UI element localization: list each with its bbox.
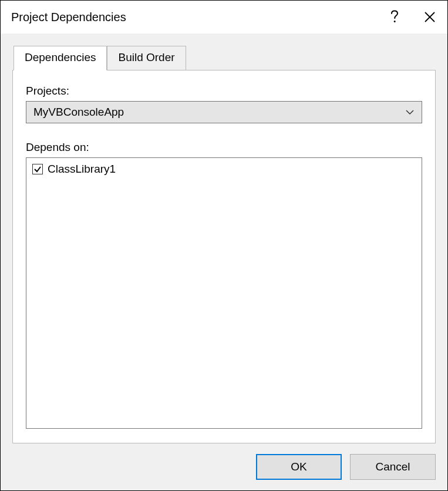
button-label: OK (291, 460, 306, 473)
tab-label: Dependencies (25, 51, 96, 63)
close-button[interactable] (412, 1, 447, 33)
dialog-footer: OK Cancel (12, 443, 436, 480)
tab-build-order[interactable]: Build Order (107, 46, 186, 70)
projects-combobox[interactable]: MyVBConsoleApp (26, 101, 422, 123)
checkmark-icon (33, 165, 42, 173)
help-button[interactable] (377, 1, 412, 33)
tabpanel-dependencies: Projects: MyVBConsoleApp Depends on: (12, 70, 436, 443)
list-item-label: ClassLibrary1 (48, 163, 116, 176)
help-icon (390, 10, 399, 24)
client-area: Dependencies Build Order Projects: MyVBC… (1, 33, 447, 490)
tabstrip: Dependencies Build Order (12, 46, 436, 70)
projects-label: Projects: (26, 85, 422, 97)
checkbox[interactable] (32, 164, 43, 174)
tab-dependencies[interactable]: Dependencies (14, 46, 107, 70)
svg-point-0 (394, 21, 396, 22)
chevron-down-icon (405, 109, 415, 115)
list-item[interactable]: ClassLibrary1 (32, 162, 416, 177)
project-dependencies-dialog: Project Dependencies Dependencies Build … (0, 0, 448, 491)
depends-on-listbox[interactable]: ClassLibrary1 (26, 157, 422, 429)
titlebar: Project Dependencies (1, 1, 447, 33)
depends-on-label: Depends on: (26, 141, 422, 154)
tab-label: Build Order (118, 51, 174, 63)
close-icon (424, 11, 436, 23)
combobox-selected-value: MyVBConsoleApp (33, 106, 124, 119)
button-label: Cancel (375, 460, 410, 473)
ok-button[interactable]: OK (256, 454, 342, 480)
dialog-title: Project Dependencies (11, 11, 377, 24)
cancel-button[interactable]: Cancel (350, 454, 436, 480)
